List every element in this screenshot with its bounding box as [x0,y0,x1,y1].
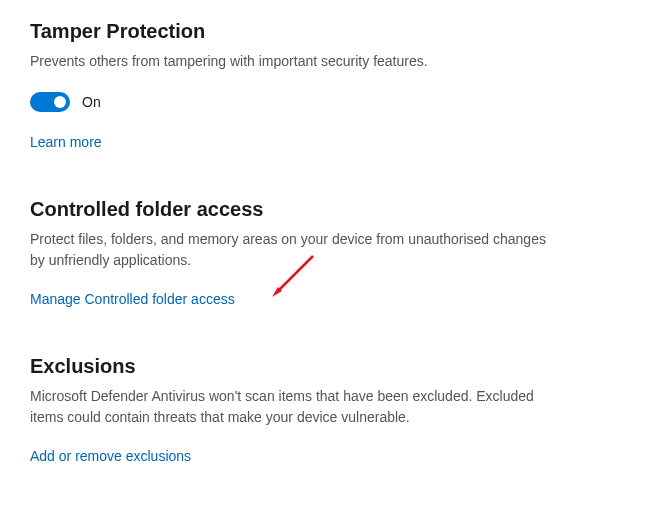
manage-cfa-link[interactable]: Manage Controlled folder access [30,291,235,307]
learn-more-link[interactable]: Learn more [30,134,102,150]
exclusions-title: Exclusions [30,355,634,378]
tamper-toggle[interactable] [30,92,70,112]
tamper-desc: Prevents others from tampering with impo… [30,51,550,72]
controlled-folder-access-section: Controlled folder access Protect files, … [30,198,634,307]
cfa-title: Controlled folder access [30,198,634,221]
exclusions-section: Exclusions Microsoft Defender Antivirus … [30,355,634,464]
tamper-protection-section: Tamper Protection Prevents others from t… [30,20,634,150]
tamper-toggle-row: On [30,92,634,112]
tamper-toggle-label: On [82,94,101,110]
cfa-link-row: Manage Controlled folder access [30,291,235,307]
exclusions-desc: Microsoft Defender Antivirus won't scan … [30,386,550,428]
toggle-knob [54,96,66,108]
add-remove-exclusions-link[interactable]: Add or remove exclusions [30,448,191,464]
svg-marker-1 [272,287,282,297]
tamper-title: Tamper Protection [30,20,634,43]
cfa-desc: Protect files, folders, and memory areas… [30,229,550,271]
